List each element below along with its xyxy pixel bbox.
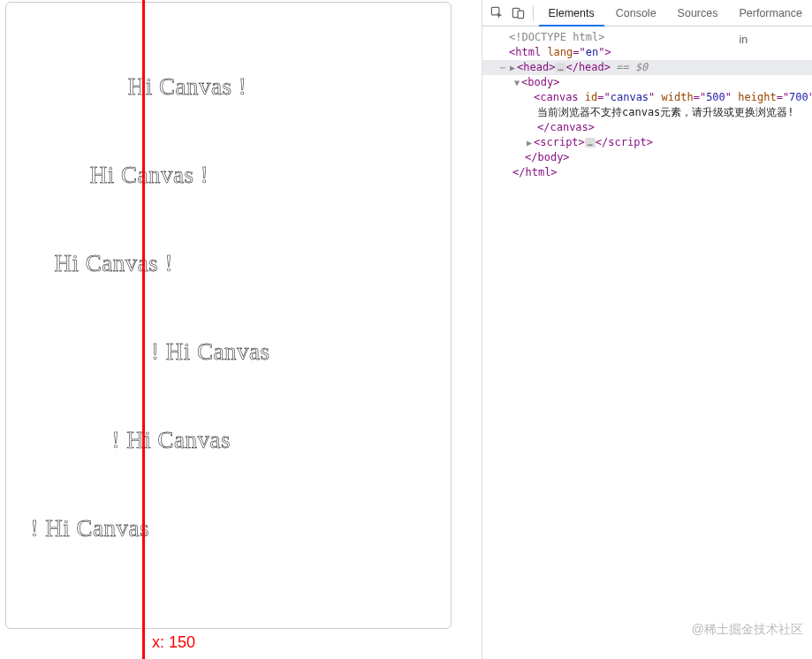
canvas-preview-panel: Hi Canvas ! Hi Canvas ! Hi Canvas ! ! Hi… <box>5 2 452 629</box>
devtools-panel: Elements Console Sources Performance in … <box>482 0 812 659</box>
dom-canvas-fallback[interactable]: 当前浏览器不支持canvas元素，请升级或更换浏览器! <box>482 105 812 120</box>
watermark: @稀土掘金技术社区 <box>692 622 803 638</box>
tab-sources[interactable]: Sources <box>668 0 728 27</box>
canvas-text: Hi Canvas ! <box>90 162 209 189</box>
dom-script[interactable]: ▶<script>…</script> <box>482 135 812 150</box>
dom-body-open[interactable]: ▼<body> <box>482 75 812 90</box>
svg-rect-2 <box>518 11 524 18</box>
tab-console[interactable]: Console <box>606 0 666 27</box>
device-toggle-icon[interactable] <box>508 2 527 25</box>
tab-performance[interactable]: Performance in <box>729 0 812 27</box>
tab-elements[interactable]: Elements <box>539 0 604 27</box>
canvas-text: Hi Canvas ! <box>128 73 247 101</box>
dom-canvas-open[interactable]: <canvas id="canvas" width="500" height="… <box>482 90 812 105</box>
inspect-icon[interactable] <box>488 2 506 25</box>
dom-doctype[interactable]: <!DOCTYPE html> <box>482 30 812 45</box>
dom-canvas-close[interactable]: </canvas> <box>482 120 812 135</box>
guide-label: x: 150 <box>152 633 195 652</box>
canvas-text: Hi Canvas ! <box>54 250 172 277</box>
canvas-text: ! Hi Canvas <box>151 338 269 366</box>
guide-line <box>142 0 145 659</box>
devtools-toolbar: Elements Console Sources Performance in <box>482 0 812 27</box>
dom-html-open[interactable]: <html lang="en"> <box>482 45 812 60</box>
dom-body-close[interactable]: </body> <box>482 150 812 165</box>
canvas-text: ! Hi Canvas <box>112 427 231 454</box>
dom-tree[interactable]: <!DOCTYPE html> <html lang="en"> ⋯▶<head… <box>482 27 812 180</box>
dom-html-close[interactable]: </html> <box>482 165 812 180</box>
toolbar-separator <box>533 5 534 21</box>
canvas-text: ! Hi Canvas <box>31 515 149 542</box>
dom-head[interactable]: ⋯▶<head>…</head>== $0 <box>482 60 812 75</box>
